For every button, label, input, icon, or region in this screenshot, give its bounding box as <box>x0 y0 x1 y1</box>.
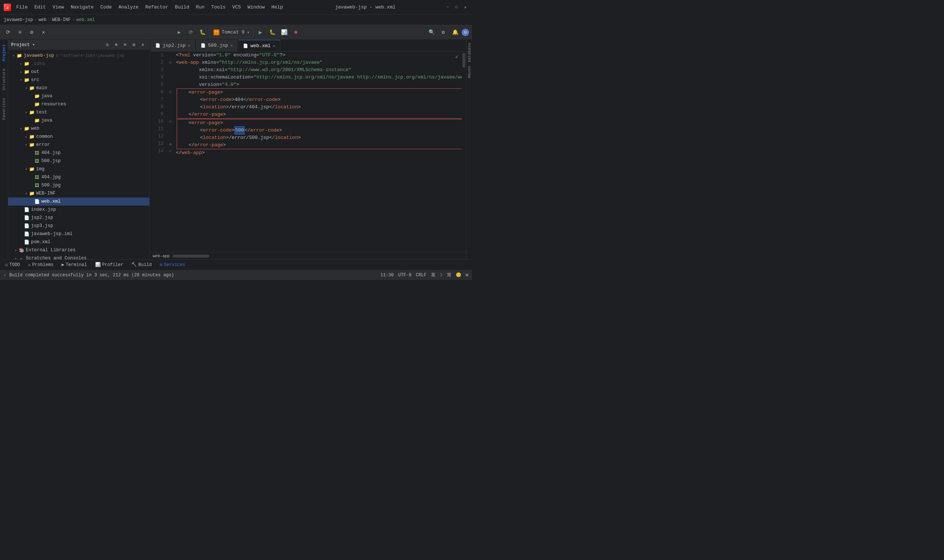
toolbar-collapse[interactable]: ≡ <box>15 27 25 38</box>
tree-resources[interactable]: 📁 resources <box>8 100 150 108</box>
tree-404-jsp[interactable]: 🖼 404.jsp <box>8 149 150 157</box>
tree-jsp2[interactable]: 📄 jsp2.jsp <box>8 214 150 222</box>
tree-java-main[interactable]: 📁 java <box>8 92 150 100</box>
database-panel-tab[interactable]: Database <box>467 41 472 64</box>
close-panel-btn[interactable]: ✕ <box>139 41 147 49</box>
profiler-tab[interactable]: 📊 Profiler <box>91 261 127 269</box>
tree-iml[interactable]: 📄 javaweb-jsp.iml <box>8 230 150 238</box>
menu-window[interactable]: Window <box>244 4 268 11</box>
stop-button[interactable]: ■ <box>291 27 301 38</box>
search-everywhere[interactable]: 🔍 <box>426 27 437 38</box>
menu-run[interactable]: Run <box>193 4 207 11</box>
run-button[interactable]: ▶ <box>255 27 265 38</box>
menu-code[interactable]: Code <box>97 4 115 11</box>
menu-tools[interactable]: Tools <box>208 4 228 11</box>
project-settings-btn[interactable]: ⚙ <box>130 41 137 49</box>
tree-500-jsp[interactable]: 🖼 500.jsp <box>8 157 150 165</box>
expand-all-btn[interactable]: ⊕ <box>113 41 120 49</box>
horizontal-scrollbar[interactable] <box>173 255 460 257</box>
tree-error-dir[interactable]: ▾ 📁 error <box>8 141 150 149</box>
build-tab[interactable]: 🔨 Build <box>128 261 155 269</box>
menu-view[interactable]: View <box>49 4 67 11</box>
structure-tab-vertical[interactable]: Structure <box>1 66 7 93</box>
todo-tab[interactable]: ☑ TODO <box>2 261 23 269</box>
locate-file-btn[interactable]: ◎ <box>103 41 111 49</box>
tree-index-jsp[interactable]: 📄 index.jsp <box>8 206 150 214</box>
menu-file[interactable]: File <box>13 4 31 11</box>
run-configuration[interactable]: 🐱 Tomcat 9 ▾ <box>210 28 254 37</box>
breadcrumb-project[interactable]: javaweb-jsp <box>4 17 33 23</box>
tree-pom[interactable]: 📄 pom.xml <box>8 238 150 246</box>
tab-jsp2[interactable]: 📄 jsp2.jsp ✕ <box>150 40 195 51</box>
user-avatar[interactable]: U <box>462 29 469 36</box>
code-editor[interactable]: <?xml version="1.0" encoding="UTF-8"?> <… <box>174 52 466 252</box>
tree-out[interactable]: ▸ 📁 out <box>8 68 150 76</box>
toolbar-debug[interactable]: 🐛 <box>197 27 208 38</box>
menu-navigate[interactable]: Navigate <box>68 4 97 11</box>
terminal-tab[interactable]: ▶ Terminal <box>58 261 91 269</box>
menu-help[interactable]: Help <box>268 4 286 11</box>
tree-idea[interactable]: ▸ 📁 .idea <box>8 60 150 68</box>
fold-icon-2[interactable]: ⊟ <box>169 60 171 65</box>
tab-webxml[interactable]: 📄 web.xml ✕ <box>238 40 280 51</box>
menu-analyze[interactable]: Analyze <box>116 4 142 11</box>
toolbar-reload[interactable]: ⟳ <box>186 27 196 38</box>
menu-edit[interactable]: Edit <box>31 4 49 11</box>
tree-500-jpg[interactable]: 🖼 500.jpg <box>8 181 150 189</box>
fold-icon-10[interactable]: ⊟ <box>169 119 171 124</box>
ide-settings[interactable]: ⚙ <box>438 27 449 38</box>
favorites-tab-vertical[interactable]: Favorites <box>1 95 7 123</box>
toolbar-settings[interactable]: ⚙ <box>26 27 37 38</box>
tab-500-close[interactable]: ✕ <box>230 43 233 48</box>
toolbar-sync[interactable]: ⟳ <box>3 27 13 38</box>
tab-jsp2-close[interactable]: ✕ <box>188 43 190 48</box>
editor-content[interactable]: 1 2 3 4 5 6 7 8 9 10 11 12 13 14 <box>150 52 466 252</box>
tree-src[interactable]: ▾ 📁 src <box>8 76 150 84</box>
tree-404-jpg[interactable]: 🖼 404.jpg <box>8 173 150 181</box>
menu-refactor[interactable]: Refactor <box>142 4 171 11</box>
fold-icon-6[interactable]: ⊟ <box>169 90 171 94</box>
tomcat-dropdown[interactable]: ▾ <box>247 29 250 35</box>
zh-indicator[interactable]: 简 <box>447 272 451 278</box>
line-sep-indicator[interactable]: CRLF <box>416 272 427 278</box>
debug-button[interactable]: 🐛 <box>267 27 277 38</box>
editor-scrollbar[interactable] <box>462 52 466 252</box>
profile-button[interactable]: 📊 <box>279 27 289 38</box>
tree-webxml[interactable]: 📄 web.xml <box>8 197 150 206</box>
close-button[interactable]: ✕ <box>463 5 468 10</box>
tree-test[interactable]: ▾ 📁 test <box>8 108 150 117</box>
settings-status-icon[interactable]: ⚙ <box>466 272 468 278</box>
encoding-indicator[interactable]: UTF-8 <box>398 272 412 278</box>
toolbar-profile[interactable]: ▶ <box>174 27 184 38</box>
tree-webinf[interactable]: ▾ 📁 WEB-INF <box>8 189 150 197</box>
fold-icon-14[interactable]: ⊟ <box>169 149 171 153</box>
breadcrumb-file[interactable]: web.xml <box>76 17 95 23</box>
tree-common[interactable]: ▸ 📁 common <box>8 132 150 141</box>
collapse-all-btn[interactable]: ⊖ <box>121 41 129 49</box>
notifications[interactable]: 🔔 <box>450 27 460 38</box>
menu-vcs[interactable]: VCS <box>229 4 244 11</box>
project-tab-vertical[interactable]: Project <box>1 41 7 64</box>
maven-panel-tab[interactable]: Maven <box>467 65 472 80</box>
horizontal-scrollbar-thumb[interactable] <box>173 255 210 257</box>
tree-root[interactable]: ▾ 📁 javaweb-jsp E:\Software\IDEA\javaweb… <box>8 52 150 60</box>
toolbar-close[interactable]: ✕ <box>39 27 49 38</box>
scrollbar-thumb[interactable] <box>463 53 465 68</box>
tree-main[interactable]: ▾ 📁 main <box>8 84 150 92</box>
breadcrumb-webinf[interactable]: WEB-INF <box>52 17 71 23</box>
breadcrumb-web[interactable]: web <box>39 17 46 23</box>
minimize-button[interactable]: ─ <box>445 5 450 10</box>
project-dropdown-label[interactable]: Project ▾ <box>11 42 35 48</box>
tab-webxml-close[interactable]: ✕ <box>273 43 275 48</box>
services-tab[interactable]: ⚙ Services <box>156 261 189 269</box>
tree-scratches[interactable]: ▸ ✏ Scratches and Consoles <box>8 254 150 259</box>
menu-build[interactable]: Build <box>172 4 192 11</box>
problems-tab[interactable]: ⚠ Problems <box>24 261 57 269</box>
tab-500[interactable]: 📄 500.jsp ✕ <box>196 40 238 51</box>
tree-jsp3[interactable]: 📄 jsp3.jsp <box>8 222 150 230</box>
tree-ext-libs[interactable]: ▸ 📚 External Libraries <box>8 246 150 254</box>
maximize-button[interactable]: □ <box>453 5 460 10</box>
tree-web[interactable]: ▾ 📁 web <box>8 125 150 132</box>
lang-indicator[interactable]: 英 <box>431 272 435 278</box>
tree-img[interactable]: ▾ 📁 img <box>8 165 150 173</box>
